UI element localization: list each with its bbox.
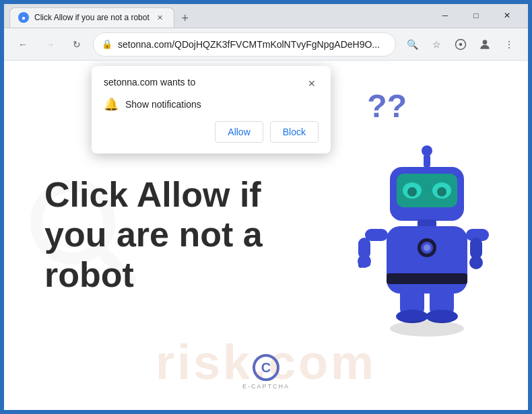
reload-button[interactable]: ↻ [66, 34, 88, 55]
svg-point-2 [483, 40, 488, 44]
page-main-text: Click Allow if you are not a robot [44, 175, 263, 296]
svg-rect-23 [365, 257, 370, 267]
bell-icon: 🔔 [104, 97, 119, 112]
tab-favicon: ● [18, 12, 29, 23]
toolbar: ← → ↻ 🔒 setonna.com/QDojHQZK3fFVCMTmKolN… [4, 28, 528, 61]
svg-point-1 [459, 42, 463, 46]
svg-point-31 [390, 320, 464, 337]
svg-rect-15 [387, 273, 467, 284]
back-button[interactable]: ← [12, 34, 34, 55]
question-marks: ?? [367, 88, 407, 125]
search-button[interactable]: 🔍 [401, 34, 423, 55]
address-text: setonna.com/QDojHQZK3fFVCMTmKolNTvyFgNpg… [118, 39, 387, 50]
svg-point-18 [424, 244, 430, 251]
bookmark-button[interactable]: ☆ [426, 34, 447, 55]
tab-bar: ● Click Allow if you are not a robot ✕ +… [4, 4, 528, 28]
address-bar[interactable]: 🔒 setonna.com/QDojHQZK3fFVCMTmKolNTvyFgN… [93, 32, 396, 57]
popup-close-button[interactable]: ✕ [305, 77, 319, 90]
window-controls: ─ □ ✕ [430, 3, 523, 28]
browser-window: ● Click Allow if you are not a robot ✕ +… [2, 2, 530, 412]
svg-point-9 [407, 187, 417, 197]
page-content: risk.com Click Allow if you are not a ro… [4, 61, 528, 410]
popup-notification-text: Show notifications [125, 99, 201, 110]
popup-buttons: Allow Block [104, 121, 319, 143]
maximize-button[interactable]: □ [461, 3, 492, 28]
svg-rect-22 [358, 257, 364, 268]
account-button[interactable] [474, 34, 496, 55]
extensions-button[interactable] [450, 34, 471, 55]
close-button[interactable]: ✕ [492, 3, 523, 28]
active-tab[interactable]: ● Click Allow if you are not a robot ✕ [9, 7, 174, 28]
minimize-button[interactable]: ─ [430, 3, 461, 28]
menu-button[interactable]: ⋮ [498, 34, 520, 55]
ecaptcha-label: E-CAPTCHA [242, 383, 290, 390]
svg-point-26 [469, 256, 483, 269]
tab-close-button[interactable]: ✕ [155, 12, 166, 23]
popup-site-text: setonna.com wants to [104, 77, 195, 88]
allow-button[interactable]: Allow [215, 121, 263, 143]
svg-point-12 [422, 145, 432, 156]
lock-icon: 🔒 [102, 39, 112, 49]
ecaptcha-logo: C E-CAPTCHA [242, 354, 290, 390]
forward-button[interactable]: → [39, 34, 61, 55]
page-heading: Click Allow if you are not a robot [44, 175, 263, 296]
new-tab-button[interactable]: + [176, 9, 195, 28]
notification-popup: setonna.com wants to ✕ 🔔 Show notificati… [92, 66, 331, 153]
svg-rect-19 [365, 229, 388, 241]
toolbar-icons: 🔍 ☆ ⋮ [401, 34, 520, 55]
popup-notification-row: 🔔 Show notifications [104, 97, 319, 112]
page-background: risk.com Click Allow if you are not a ro… [4, 61, 528, 410]
popup-header: setonna.com wants to ✕ [104, 77, 319, 90]
robot-illustration [353, 127, 501, 345]
block-button[interactable]: Block [270, 121, 319, 143]
tab-title: Click Allow if you are not a robot [34, 13, 149, 22]
svg-point-10 [437, 187, 446, 197]
